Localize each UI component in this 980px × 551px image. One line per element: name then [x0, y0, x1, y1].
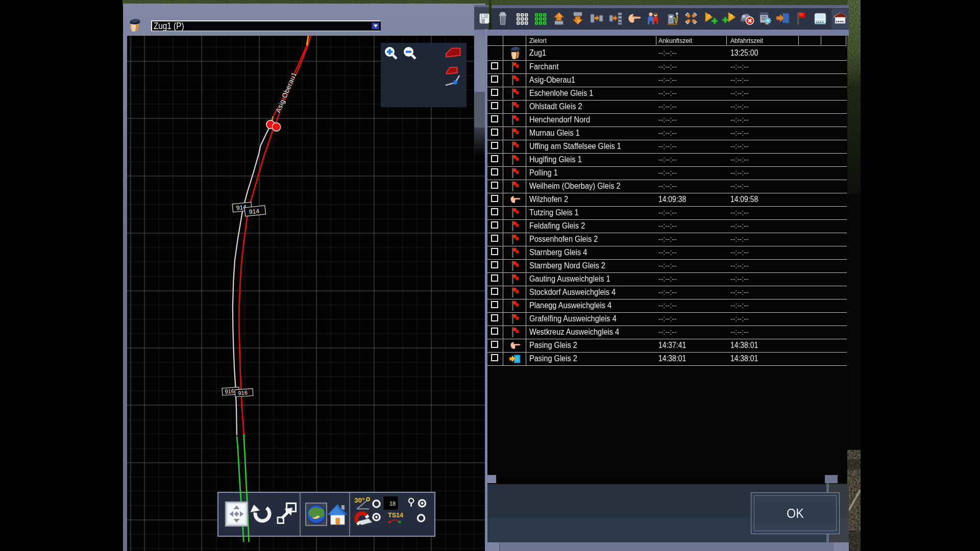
- svg-text:18: 18: [389, 500, 396, 507]
- svg-text:914: 914: [249, 208, 260, 216]
- svg-text:TS14: TS14: [388, 512, 403, 519]
- svg-text:30°: 30°: [354, 496, 364, 504]
- svg-text:916: 916: [238, 389, 248, 396]
- svg-text:916: 916: [225, 388, 234, 394]
- svg-text:Asig-Oberau1: Asig-Oberau1: [274, 71, 298, 114]
